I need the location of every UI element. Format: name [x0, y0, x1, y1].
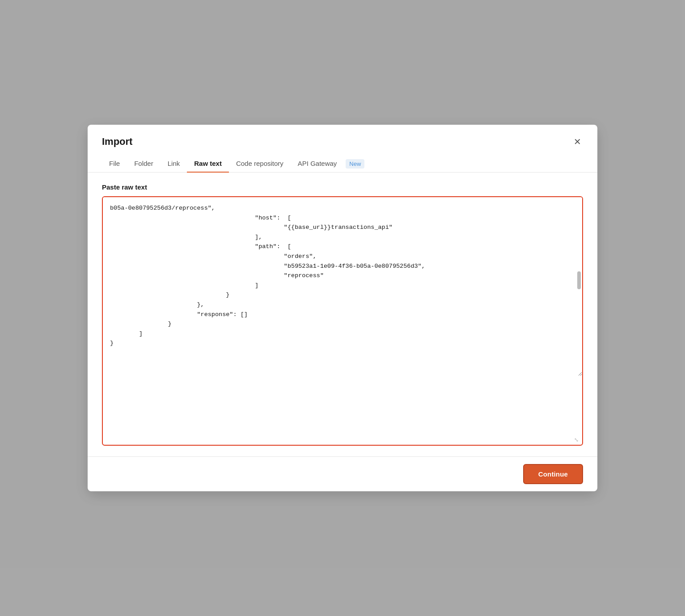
tab-folder[interactable]: Folder	[127, 155, 161, 173]
textarea-wrapper: b05a-0e80795256d3/reprocess", "host": [ …	[102, 196, 583, 446]
close-button[interactable]: ✕	[572, 135, 583, 148]
modal-header: Import ✕	[88, 125, 597, 148]
raw-text-input[interactable]: b05a-0e80795256d3/reprocess", "host": [ …	[103, 197, 582, 376]
tab-link[interactable]: Link	[161, 155, 187, 173]
tab-file[interactable]: File	[102, 155, 127, 173]
modal-title: Import	[102, 136, 132, 148]
tabs-row: File Folder Link Raw text Code repositor…	[88, 148, 597, 173]
import-modal: Import ✕ File Folder Link Raw text Code …	[88, 125, 597, 491]
section-label: Paste raw text	[102, 183, 583, 191]
tab-new-badge[interactable]: New	[346, 159, 364, 169]
modal-footer: Continue	[88, 456, 597, 491]
tab-code-repository[interactable]: Code repository	[229, 155, 291, 173]
scrollbar-indicator	[577, 271, 581, 289]
tab-api-gateway[interactable]: API Gateway	[291, 155, 344, 173]
continue-button[interactable]: Continue	[523, 464, 583, 484]
modal-overlay: Import ✕ File Folder Link Raw text Code …	[0, 0, 685, 616]
close-icon: ✕	[574, 137, 581, 146]
resize-icon: ⤡	[574, 437, 580, 443]
modal-body: Paste raw text b05a-0e80795256d3/reproce…	[88, 173, 597, 456]
tab-raw-text[interactable]: Raw text	[187, 155, 229, 173]
